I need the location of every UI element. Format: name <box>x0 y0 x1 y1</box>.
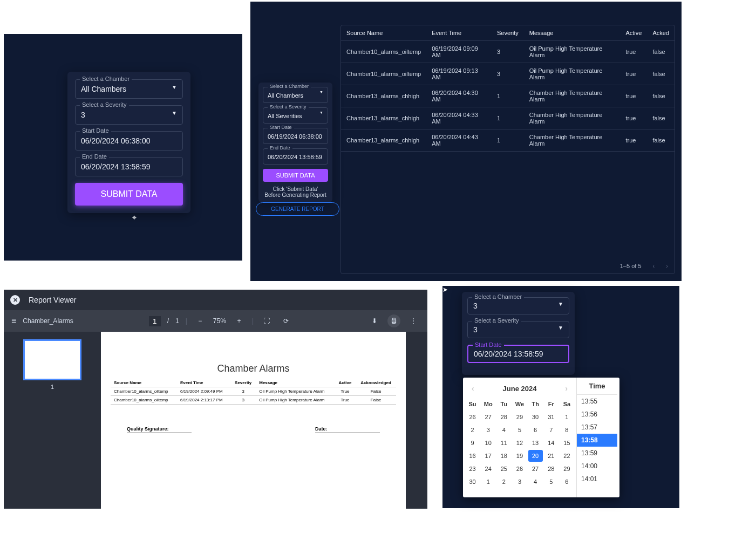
start-date-input[interactable]: Start Date 06/20/2024 13:58:59 <box>467 345 569 363</box>
page-thumbnail[interactable] <box>23 339 81 380</box>
next-page-icon[interactable]: › <box>666 263 668 269</box>
calendar-day[interactable]: 17 <box>481 450 495 462</box>
table-cell: false <box>647 107 675 129</box>
time-option[interactable]: 14:01 <box>577 473 617 485</box>
calendar-day[interactable]: 22 <box>560 450 574 462</box>
calendar-day[interactable]: 9 <box>465 437 480 449</box>
table-cell: true <box>620 63 647 85</box>
calendar-day[interactable]: 1 <box>560 411 574 423</box>
download-icon[interactable]: ⬇ <box>368 314 381 327</box>
column-header[interactable]: Source Name <box>341 25 426 41</box>
svg-rect-1 <box>393 318 396 320</box>
zoom-out-icon[interactable]: − <box>194 314 207 327</box>
calendar-day[interactable]: 6 <box>560 476 574 488</box>
calendar-day[interactable]: 26 <box>465 411 480 423</box>
time-option[interactable]: 13:56 <box>577 408 617 421</box>
table-row[interactable]: Chamber10_alarms_oiltemp06/19/2024 09:13… <box>341 63 675 85</box>
calendar-day[interactable]: 12 <box>512 437 527 449</box>
column-header: Event Time <box>177 379 230 387</box>
severity-select[interactable]: Select a Severity 3 ▼ <box>75 105 183 125</box>
calendar-day[interactable]: 8 <box>560 424 574 436</box>
calendar-day[interactable]: 28 <box>496 411 511 423</box>
calendar-day[interactable]: 31 <box>544 411 559 423</box>
calendar-day[interactable]: 16 <box>465 450 480 462</box>
calendar-day[interactable]: 30 <box>465 476 480 488</box>
column-header[interactable]: Event Time <box>426 25 492 41</box>
calendar-day[interactable]: 29 <box>560 463 574 475</box>
calendar-day[interactable]: 2 <box>496 476 511 488</box>
table-row[interactable]: Chamber13_alarms_chhigh06/20/2024 04:33 … <box>341 107 675 129</box>
submit-button[interactable]: SUBMIT DATA <box>75 183 183 206</box>
column-header[interactable]: Severity <box>492 25 524 41</box>
end-date-input[interactable]: End Date 06/20/2024 13:58:59 <box>263 148 328 165</box>
more-icon[interactable]: ⋮ <box>407 314 420 327</box>
zoom-in-icon[interactable]: + <box>233 314 246 327</box>
table-row[interactable]: Chamber13_alarms_chhigh06/20/2024 04:30 … <box>341 85 675 107</box>
prev-month-icon[interactable]: ‹ <box>469 384 476 393</box>
calendar-day[interactable]: 19 <box>512 450 527 462</box>
fit-page-icon[interactable]: ⛶ <box>260 314 273 327</box>
calendar-day[interactable]: 27 <box>481 411 495 423</box>
calendar-day[interactable]: 7 <box>544 424 559 436</box>
prev-page-icon[interactable]: ‹ <box>653 263 655 269</box>
next-month-icon[interactable]: › <box>563 384 570 393</box>
calendar-day[interactable]: 13 <box>528 437 543 449</box>
start-date-input[interactable]: Start Date 06/20/2024 06:38:00 <box>75 131 183 151</box>
day-of-week-header: Th <box>528 398 543 410</box>
submit-button[interactable]: SUBMIT DATA <box>263 169 328 182</box>
time-list[interactable]: 13:5513:5613:5713:5813:5914:0014:01 <box>577 395 617 497</box>
calendar-day[interactable]: 29 <box>512 411 527 423</box>
severity-select[interactable]: Select a Severity All Severities ▼ <box>263 107 328 124</box>
menu-icon[interactable]: ≡ <box>11 316 16 326</box>
calendar-day[interactable]: 28 <box>544 463 559 475</box>
start-date-input[interactable]: Start Date 06/19/2024 06:38:00 <box>263 128 328 144</box>
calendar-day[interactable]: 3 <box>512 476 527 488</box>
time-option[interactable]: 13:58 <box>577 434 617 447</box>
table-row[interactable]: Chamber10_alarms_oiltemp06/19/2024 09:09… <box>341 41 675 63</box>
column-header[interactable]: Active <box>620 25 647 41</box>
calendar-day[interactable]: 5 <box>544 476 559 488</box>
chamber-select-value: All Chambers <box>81 85 126 93</box>
chamber-select-label: Select a Chamber <box>80 76 132 82</box>
calendar-day[interactable]: 14 <box>544 437 559 449</box>
time-option[interactable]: 13:55 <box>577 395 617 408</box>
calendar-day[interactable]: 15 <box>560 437 574 449</box>
calendar-day[interactable]: 23 <box>465 463 480 475</box>
calendar-day[interactable]: 18 <box>496 450 511 462</box>
calendar-day[interactable]: 27 <box>528 463 543 475</box>
print-icon[interactable] <box>387 314 400 327</box>
calendar-day[interactable]: 5 <box>512 424 527 436</box>
calendar-day[interactable]: 24 <box>481 463 495 475</box>
calendar-day[interactable]: 6 <box>528 424 543 436</box>
time-option[interactable]: 13:57 <box>577 421 617 434</box>
calendar-day[interactable]: 2 <box>465 424 480 436</box>
calendar-day[interactable]: 3 <box>481 424 495 436</box>
chamber-select[interactable]: Select a Chamber All Chambers ▼ <box>263 87 328 103</box>
column-header[interactable]: Message <box>524 25 621 41</box>
chamber-select[interactable]: Select a Chamber 3 ▼ <box>467 297 569 314</box>
close-icon[interactable]: ✕ <box>10 295 20 305</box>
chamber-select-label: Select a Chamber <box>472 293 524 300</box>
end-date-input[interactable]: End Date 06/20/2024 13:58:59 <box>75 157 183 176</box>
page-number-input[interactable] <box>149 316 161 326</box>
chamber-select[interactable]: Select a Chamber All Chambers ▼ <box>75 79 183 99</box>
table-row[interactable]: Chamber13_alarms_chhigh06/20/2024 04:43 … <box>341 129 675 152</box>
time-option[interactable]: 14:00 <box>577 460 617 473</box>
calendar-day[interactable]: 21 <box>544 450 559 462</box>
calendar-day[interactable]: 11 <box>496 437 511 449</box>
calendar-day[interactable]: 1 <box>481 476 495 488</box>
rotate-icon[interactable]: ⟳ <box>280 314 292 327</box>
calendar-day[interactable]: 25 <box>496 463 511 475</box>
time-option[interactable]: 13:59 <box>577 447 617 460</box>
calendar-day[interactable]: 30 <box>528 411 543 423</box>
generate-report-button[interactable]: GENERATE REPORT <box>256 202 339 216</box>
calendar-day[interactable]: 4 <box>528 476 543 488</box>
page-viewport[interactable]: Chamber Alarms Source Name Event Time Se… <box>101 332 427 510</box>
column-header[interactable]: Acked <box>647 25 675 41</box>
table-cell: False <box>356 387 396 396</box>
calendar-day[interactable]: 4 <box>496 424 511 436</box>
calendar-day[interactable]: 20 <box>528 450 543 462</box>
calendar-day[interactable]: 26 <box>512 463 527 475</box>
calendar-day[interactable]: 10 <box>481 437 495 449</box>
severity-select[interactable]: Select a Severity 3 ▼ <box>467 321 569 338</box>
